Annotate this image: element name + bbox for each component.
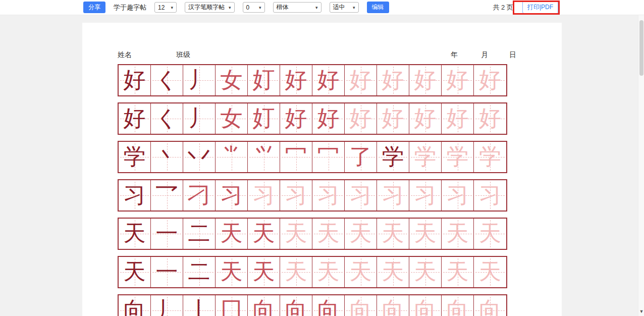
practice-glyph: 好 bbox=[350, 69, 372, 91]
grid-cell: 习 bbox=[345, 180, 377, 210]
grid-cell: 习 bbox=[377, 180, 409, 210]
practice-glyph: 天 bbox=[317, 223, 340, 245]
grid-cell: 天 bbox=[474, 257, 506, 287]
grid-cell: 天 bbox=[442, 257, 474, 287]
grid-cell: 好 bbox=[409, 65, 442, 95]
worksheet-page: 姓名 班级 年 月 日 好く丿女奵好好好好好好好好く丿女奵好好好好好好好学丶丷⺌… bbox=[82, 23, 562, 316]
practice-glyph: 习 bbox=[382, 184, 404, 206]
scrollbar-thumb[interactable] bbox=[639, 20, 643, 76]
practice-glyph: 冖 bbox=[285, 146, 307, 168]
chevron-down-icon: ▾ bbox=[259, 5, 261, 10]
grid-cell: 习 bbox=[119, 180, 151, 210]
grid-cell: 习 bbox=[216, 180, 248, 210]
practice-glyph: 好 bbox=[285, 69, 307, 91]
chevron-down-icon: ▾ bbox=[315, 5, 318, 10]
share-button[interactable]: 分享 bbox=[83, 2, 105, 13]
practice-glyph: 天 bbox=[414, 261, 437, 283]
practice-glyph: く bbox=[155, 69, 178, 91]
grid-cell: 习 bbox=[409, 180, 442, 210]
font-family-select[interactable]: 楷体 ▾ bbox=[273, 2, 321, 13]
grid-cell: 天 bbox=[280, 219, 312, 249]
grid-cell: 好 bbox=[409, 103, 442, 134]
practice-glyph: 好 bbox=[479, 69, 501, 91]
practice-glyph: 天 bbox=[253, 261, 275, 283]
chevron-down-icon: ▾ bbox=[353, 5, 355, 10]
practice-glyph: 了 bbox=[350, 146, 372, 168]
practice-glyph: 天 bbox=[124, 261, 146, 283]
year-label: 年 bbox=[451, 50, 458, 60]
grid-cell: 女 bbox=[216, 65, 248, 95]
grid-cell: 丿 bbox=[183, 65, 216, 95]
grid-row: 好く丿女奵好好好好好好好 bbox=[118, 102, 507, 135]
sheet-type-value: 汉字笔顺字帖 bbox=[188, 3, 225, 12]
grid-cell: 天 bbox=[312, 219, 345, 249]
practice-glyph: 奵 bbox=[253, 69, 275, 91]
practice-glyph: 好 bbox=[414, 69, 437, 91]
grid-cell: 学 bbox=[377, 142, 409, 172]
grid-cell: 丿 bbox=[183, 103, 216, 134]
toolbar: 分享 学于趣字帖 12 ▾ 汉字笔顺字帖 ▾ 0 ▾ 楷体 ▾ 适中 ▾ 编辑 … bbox=[0, 0, 644, 15]
practice-glyph: 丶 bbox=[156, 146, 178, 168]
practice-glyph: 习 bbox=[317, 184, 340, 206]
practice-glyph: 奵 bbox=[253, 108, 275, 130]
spacing-select[interactable]: 适中 ▾ bbox=[330, 2, 359, 13]
grid-cell: 习 bbox=[312, 180, 345, 210]
print-pdf-button[interactable]: 打印|PDF bbox=[522, 1, 558, 14]
scroll-down-arrow-icon[interactable]: ▼ bbox=[638, 308, 644, 315]
grid-cell: 向 bbox=[409, 295, 442, 316]
practice-glyph: 好 bbox=[414, 108, 437, 130]
sheet-type-select[interactable]: 汉字笔顺字帖 ▾ bbox=[185, 2, 235, 13]
practice-glyph: 冖 bbox=[317, 146, 340, 168]
grid-cell: ⺍ bbox=[248, 142, 280, 172]
page-count: 共 2 页 bbox=[493, 3, 513, 12]
grid-cell: 好 bbox=[280, 65, 312, 95]
grid-cell: 学 bbox=[409, 142, 442, 172]
practice-glyph: 好 bbox=[317, 108, 340, 130]
practice-glyph: 好 bbox=[479, 108, 501, 130]
practice-glyph: 向 bbox=[285, 299, 307, 316]
practice-glyph: 向 bbox=[447, 299, 469, 316]
grid-cell: 好 bbox=[474, 103, 506, 134]
grid-cell: 天 bbox=[248, 219, 280, 249]
scrollbar[interactable]: ▼ bbox=[638, 15, 644, 316]
grid-cell: 丶 bbox=[151, 142, 183, 172]
grid-cell: 了 bbox=[345, 142, 377, 172]
grid-cell: 天 bbox=[409, 257, 442, 287]
practice-glyph: 习 bbox=[350, 184, 372, 206]
grid-cell: く bbox=[151, 103, 183, 134]
grid-cell: 天 bbox=[119, 219, 151, 249]
grid-cell: 丿 bbox=[151, 295, 183, 316]
grid-cell: 天 bbox=[345, 219, 377, 249]
grid-cell: 习 bbox=[248, 180, 280, 210]
grid-cell: 好 bbox=[119, 103, 151, 134]
practice-glyph: ⺍ bbox=[253, 146, 275, 168]
grid-cell: 冖 bbox=[312, 142, 345, 172]
practice-glyph: 天 bbox=[317, 261, 340, 283]
font-size-select[interactable]: 12 ▾ bbox=[154, 2, 177, 13]
grid-row: 天一二天天天天天天天天天 bbox=[118, 256, 507, 288]
grid-cell: 天 bbox=[280, 257, 312, 287]
grid-cell: 二 bbox=[183, 257, 216, 287]
practice-glyph: 天 bbox=[285, 261, 307, 283]
grid-cell: ⺌ bbox=[216, 142, 248, 172]
practice-glyph: 学 bbox=[447, 146, 469, 168]
practice-glyph: 丿 bbox=[188, 69, 210, 91]
grid-cell: 天 bbox=[248, 257, 280, 287]
grid-cell: く bbox=[151, 65, 183, 95]
edit-button[interactable]: 编辑 bbox=[367, 2, 389, 13]
practice-glyph: 习 bbox=[479, 184, 501, 206]
practice-glyph: 好 bbox=[124, 69, 146, 91]
offset-select[interactable]: 0 ▾ bbox=[243, 2, 265, 13]
grid-cell: 奵 bbox=[248, 103, 280, 134]
grid-cell: 习 bbox=[280, 180, 312, 210]
class-label: 班级 bbox=[176, 50, 190, 60]
grid-cell: 天 bbox=[474, 219, 506, 249]
grid-row: 天一二天天天天天天天天天 bbox=[118, 218, 507, 250]
practice-glyph: 习 bbox=[285, 184, 307, 206]
practice-glyph: 习 bbox=[414, 184, 437, 206]
practice-glyph: 乛 bbox=[156, 184, 178, 206]
grid-cell: 冂 bbox=[216, 295, 248, 316]
grid-cell: 学 bbox=[442, 142, 474, 172]
spacing-value: 适中 bbox=[333, 3, 345, 12]
grid-cell: 二 bbox=[183, 219, 216, 249]
